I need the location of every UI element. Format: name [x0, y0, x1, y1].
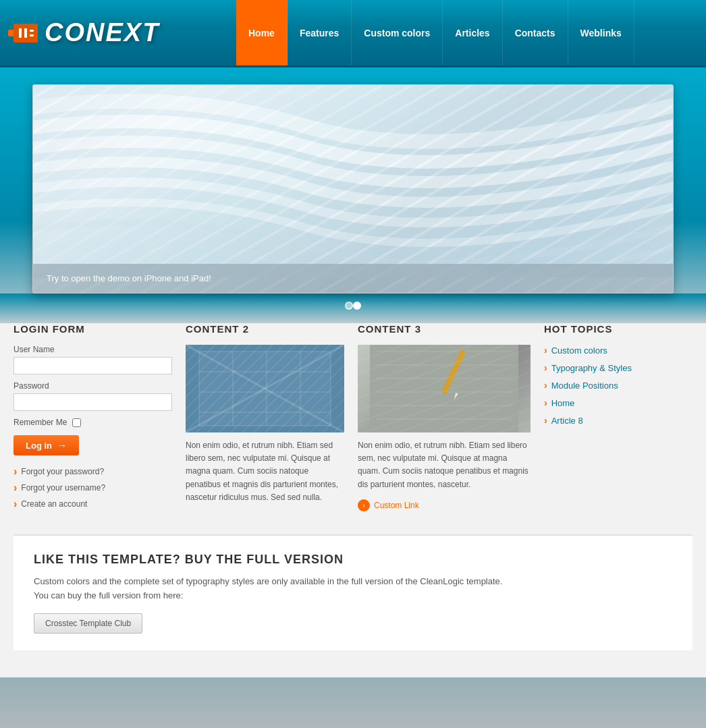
content2-text: Non enim odio, et rutrum nibh. Etiam sed… — [186, 439, 344, 504]
nav-weblinks[interactable]: Weblinks — [568, 0, 634, 65]
svg-line-7 — [186, 345, 344, 432]
remember-label: Remember Me — [13, 418, 67, 427]
svg-rect-2 — [24, 28, 27, 38]
password-label: Password — [13, 381, 172, 391]
svg-rect-4 — [30, 34, 34, 36]
hot-topic-article8[interactable]: › Article 8 — [544, 415, 693, 426]
forgot-password-link[interactable]: Forgot your password? — [13, 466, 172, 478]
hot-topic-home[interactable]: › Home — [544, 397, 693, 408]
content3-title: CONTENT 3 — [358, 323, 531, 335]
nav-home[interactable]: Home — [236, 0, 288, 65]
svg-marker-25 — [453, 393, 458, 400]
password-input[interactable] — [13, 393, 172, 411]
svg-rect-1 — [19, 28, 22, 38]
forgot-username-link[interactable]: Forgot your username? — [13, 482, 172, 494]
chevron-right-icon: › — [544, 345, 547, 356]
promo-title: LIKE THIS TEMPLATE? BUY THE FULL VERSION — [34, 553, 672, 567]
slider-image — [33, 85, 673, 293]
svg-rect-17 — [370, 345, 518, 432]
content2: CONTENT 2 — [186, 323, 344, 514]
nav-features[interactable]: Features — [288, 0, 352, 65]
promo-section: LIKE THIS TEMPLATE? BUY THE FULL VERSION… — [13, 534, 693, 650]
slider-container: Try to open the demo on iPhone and iPad! — [32, 84, 674, 293]
nav-contacts[interactable]: Contacts — [503, 0, 568, 65]
svg-rect-6 — [186, 345, 344, 432]
columns: LOGIN FORM User Name Password Remember M… — [13, 323, 693, 514]
logo-plug-icon — [13, 24, 38, 43]
nav: Home Features Custom colors Articles Con… — [236, 0, 706, 65]
slider-dot-2[interactable] — [353, 302, 361, 310]
login-button[interactable]: Log in → — [13, 435, 79, 455]
slider-section: ‹ — [0, 67, 706, 323]
remember-checkbox[interactable] — [72, 418, 81, 427]
login-title: LOGIN FORM — [13, 323, 172, 335]
promo-text: Custom colors and the complete set of ty… — [34, 575, 672, 603]
username-label: User Name — [13, 345, 172, 354]
remember-me-row: Remember Me — [13, 418, 172, 427]
content3: CONTENT 3 — [358, 323, 531, 514]
slider-area: ‹ — [0, 74, 706, 293]
svg-rect-9 — [199, 352, 331, 426]
arrow-icon: → — [57, 440, 67, 451]
hot-topic-custom-colors[interactable]: › Custom colors — [544, 345, 693, 356]
content-section: LOGIN FORM User Name Password Remember M… — [0, 323, 706, 677]
create-account-link[interactable]: Create an account — [13, 498, 172, 510]
hot-topics-title: HOT TOPICS — [544, 323, 693, 335]
slider-caption: Try to open the demo on iPhone and iPad! — [33, 264, 673, 293]
svg-rect-3 — [30, 30, 34, 32]
chevron-right-icon: › — [544, 380, 547, 391]
slider-dot-1[interactable] — [345, 302, 353, 310]
login-form: LOGIN FORM User Name Password Remember M… — [13, 323, 172, 514]
custom-link[interactable]: › Custom Link — [358, 499, 531, 511]
content3-text: Non enim odio, et rutrum nibh. Etiam sed… — [358, 439, 531, 491]
content2-image — [186, 345, 344, 432]
logo-area: CONEXT — [0, 0, 236, 65]
content3-image — [358, 345, 531, 432]
svg-rect-16 — [370, 345, 518, 432]
logo-text: CONEXT — [45, 18, 159, 47]
svg-line-8 — [186, 345, 344, 432]
username-input[interactable] — [13, 357, 172, 374]
nav-custom-colors[interactable]: Custom colors — [352, 0, 443, 65]
content2-title: CONTENT 2 — [186, 323, 344, 335]
chevron-right-icon: › — [544, 362, 547, 373]
chevron-right-icon: › — [544, 415, 547, 426]
nav-articles[interactable]: Articles — [443, 0, 502, 65]
header: CONEXT Home Features Custom colors Artic… — [0, 0, 706, 67]
chevron-right-icon: › — [544, 397, 547, 408]
hot-topic-typography[interactable]: › Typography & Styles — [544, 362, 693, 373]
hot-topic-module-positions[interactable]: › Module Positions — [544, 380, 693, 391]
slider-dots — [0, 293, 706, 323]
hot-topics: HOT TOPICS › Custom colors › Typography … — [544, 323, 693, 514]
buy-button[interactable]: Crosstec Template Club — [34, 613, 142, 634]
custom-link-icon: › — [358, 499, 370, 511]
svg-rect-24 — [441, 349, 466, 395]
